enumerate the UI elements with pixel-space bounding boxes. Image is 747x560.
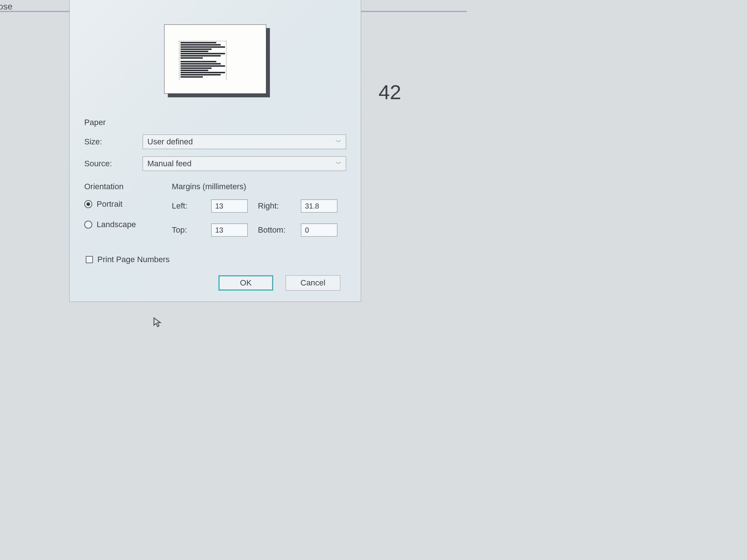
- paper-group-label: Paper: [84, 118, 346, 127]
- portrait-label: Portrait: [97, 199, 123, 209]
- page-setup-dialog: Page Setup ✕: [69, 0, 361, 302]
- preview-page: [164, 24, 266, 94]
- size-label: Size:: [84, 137, 143, 147]
- chevron-down-icon: ﹀: [336, 138, 341, 146]
- orientation-portrait-radio[interactable]: Portrait: [84, 199, 157, 209]
- radio-icon: [84, 221, 92, 229]
- close-icon[interactable]: ✕: [342, 0, 357, 2]
- margin-top-label: Top:: [172, 225, 205, 235]
- cancel-button[interactable]: Cancel: [286, 275, 340, 291]
- margin-top-input[interactable]: [211, 223, 248, 237]
- margin-bottom-label: Bottom:: [258, 225, 294, 235]
- page-preview: [70, 6, 361, 108]
- paper-size-value: User defined: [147, 137, 193, 147]
- paper-size-select[interactable]: User defined ﹀: [143, 135, 346, 149]
- mouse-cursor-icon: [153, 317, 162, 331]
- background-number: 42: [379, 80, 401, 104]
- margin-bottom-input[interactable]: [301, 223, 337, 237]
- radio-icon: [84, 200, 92, 208]
- source-label: Source:: [84, 159, 143, 168]
- orientation-label: Orientation: [84, 182, 157, 191]
- print-page-numbers-label: Print Page Numbers: [97, 255, 170, 264]
- margin-right-input[interactable]: [301, 199, 337, 213]
- ok-button[interactable]: OK: [218, 275, 273, 291]
- paper-source-value: Manual feed: [147, 159, 191, 168]
- landscape-label: Landscape: [97, 220, 136, 229]
- print-page-numbers-checkbox[interactable]: Print Page Numbers: [86, 255, 346, 264]
- orientation-landscape-radio[interactable]: Landscape: [84, 220, 157, 229]
- margin-left-label: Left:: [172, 201, 205, 211]
- margins-label: Margins (millimeters): [172, 182, 346, 191]
- dialog-titlebar: Page Setup ✕: [70, 0, 361, 6]
- dialog-title: Page Setup: [76, 0, 115, 0]
- chevron-down-icon: ﹀: [336, 160, 341, 168]
- paper-source-select[interactable]: Manual feed ﹀: [143, 156, 346, 171]
- margin-right-label: Right:: [258, 201, 294, 211]
- checkbox-icon: [86, 256, 93, 263]
- margin-left-input[interactable]: [211, 199, 248, 213]
